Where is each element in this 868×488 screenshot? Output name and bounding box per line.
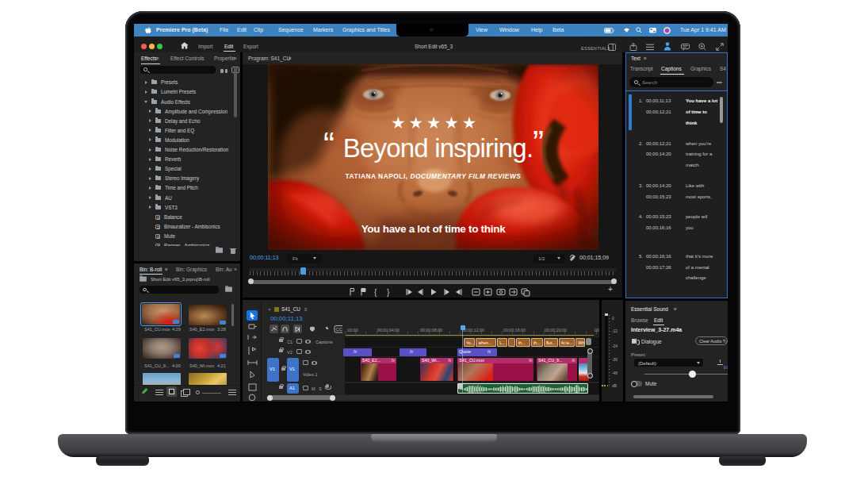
svg-text:}: } — [387, 288, 390, 297]
svg-text:{: { — [374, 288, 377, 297]
svg-text:CC: CC — [335, 327, 342, 332]
